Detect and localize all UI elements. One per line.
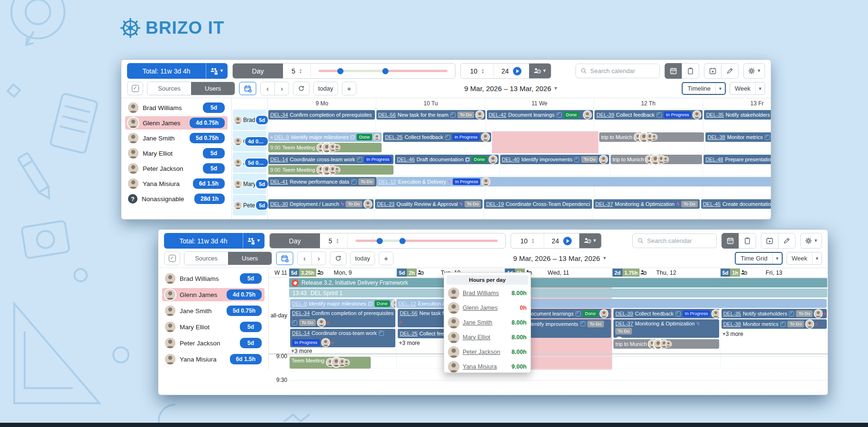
event-del41[interactable]: DEL-41 Review performance data To Do <box>268 177 376 186</box>
event-del39[interactable]: DEL-39 Collect feedback In Progress <box>594 110 703 120</box>
row-header-brad[interactable]: Brad Williams 5d <box>233 110 266 130</box>
stepper-arrows-icon[interactable]: ▲▼ <box>481 68 484 74</box>
toggle-users[interactable]: Users <box>191 82 235 95</box>
slider-handle-end[interactable] <box>400 238 406 244</box>
sidebar-user-mary[interactable]: Mary Elliot 5d <box>125 147 228 160</box>
grid-cell[interactable]: DEL-41 Review performance data To Do <box>268 176 377 198</box>
grid-cell[interactable]: DEL-35 Notify stakeholders To Do <box>703 109 771 131</box>
add-button[interactable]: + <box>342 82 356 95</box>
range-select[interactable]: Week ▼ <box>730 82 765 95</box>
sidebar-user-mary[interactable]: Mary Elliot 5d <box>162 320 265 334</box>
start-hour-stepper[interactable]: 10 ▲▼ <box>461 64 494 78</box>
sidebar-user-yana[interactable]: Yana Misiura 6d 1.5h <box>125 177 228 190</box>
user-link[interactable]: Peter Jackson <box>463 349 500 355</box>
next-button[interactable]: › <box>311 251 326 265</box>
grid-cell[interactable]: trip to Munich <box>598 131 705 153</box>
unavailable-cell-glenn-wed[interactable] <box>492 131 598 153</box>
more-events-link[interactable]: +3 more <box>722 331 743 337</box>
select-mode-button[interactable]: ✓ <box>127 82 143 95</box>
event-del38[interactable]: DEL-38 Monitor metrics To Do <box>705 132 771 142</box>
sidebar-user-brad[interactable]: Brad Williams 5d <box>162 272 265 285</box>
event-del25[interactable]: DEL-25 Collect feedback In Progress <box>383 132 491 142</box>
event-del35[interactable]: DEL-35 Notify stakeholders To Do « <box>722 309 827 318</box>
range-select[interactable]: Week ▼ <box>786 252 822 265</box>
total-workload-button[interactable]: Total: 11w 3d 4h ▼ <box>127 63 228 79</box>
event-del34[interactable]: DEL-34 Confirm completion of prerequisit… <box>290 309 395 327</box>
grid-cell[interactable]: DEL-42 Document learnings Done <box>486 109 594 131</box>
add-event-button[interactable] <box>704 63 722 79</box>
more-events-link[interactable]: +3 more <box>291 348 312 354</box>
select-mode-button[interactable]: ✓ <box>164 251 180 265</box>
person-clock-icon[interactable] <box>640 269 647 276</box>
row-header-glenn[interactable]: Glenn James 4d 0.75h <box>233 131 266 151</box>
sidebar-user-jane[interactable]: Jane Smith 5d 0.75h <box>162 304 265 317</box>
prev-button[interactable]: ‹ <box>260 82 275 95</box>
more-events-link[interactable]: +3 more <box>399 340 420 346</box>
grid-cell[interactable]: trip to Munich <box>610 154 703 176</box>
date-range-title[interactable]: 9 Mar, 2026 – 13 Mar, 2026 ▼ <box>464 84 557 93</box>
calendar-view-button[interactable] <box>665 63 682 79</box>
event-del34[interactable]: DEL-34 Confirm completion of prerequisit… <box>268 110 375 120</box>
event-team-meeting[interactable]: 9:00 Teem Meeting <box>268 165 393 175</box>
settings-button[interactable]: ▼ <box>743 63 765 79</box>
refresh-button[interactable] <box>293 82 310 95</box>
end-hour-control[interactable]: 24 <box>544 233 579 248</box>
event-del35[interactable]: DEL-35 Notify stakeholders To Do <box>704 110 771 120</box>
sidebar-user-nonassignable[interactable]: ? Nonassignable 28d 1h <box>125 192 228 205</box>
grid-cell[interactable]: DEL-25 Collect feedback In Progress <box>382 131 492 153</box>
prev-button[interactable]: ‹ <box>297 251 312 265</box>
list-view-button[interactable] <box>682 63 699 79</box>
next-button[interactable]: › <box>274 82 289 95</box>
day-count-stepper[interactable]: 5 ▲▼ <box>283 64 311 78</box>
event-del37[interactable]: DEL-37 Monitoring & Optimization ϟ To Do… <box>613 319 719 338</box>
workload-clock-button[interactable]: ▼ <box>529 64 551 78</box>
grid-cell[interactable]: DEL-30 Deployment / Launch ϟ To Do <box>268 198 374 220</box>
refresh-button[interactable] <box>330 251 347 265</box>
workload-menu-icon[interactable]: ▼ <box>206 63 228 79</box>
sidebar-user-brad[interactable]: Brad Williams 5d <box>125 101 228 114</box>
event-del9[interactable]: DEL-9 Identify major milestones Done <box>290 299 395 308</box>
event-trip-munich[interactable]: trip to Munich <box>613 339 719 349</box>
person-clock-icon[interactable] <box>740 269 748 276</box>
sidebar-user-glenn[interactable]: Glenn James 4d 0.75h <box>162 288 265 301</box>
event-del14[interactable]: DEL-14 Coordinate cross-team work In Pro… <box>290 329 395 347</box>
event-del23[interactable]: DEL-23 Quality Review & Approval ϟ To Do <box>375 199 483 209</box>
today-button[interactable]: today <box>350 251 375 265</box>
scale-day-button[interactable]: Day <box>233 64 283 78</box>
person-clock-icon[interactable] <box>417 269 424 276</box>
hours-range-slider[interactable] <box>311 64 455 78</box>
stepper-arrows-icon[interactable]: ▲▼ <box>299 68 302 74</box>
day-count-stepper[interactable]: 5 ▲▼ <box>320 233 347 248</box>
event-trip-munich[interactable]: trip to Munich <box>611 155 702 164</box>
search-input[interactable] <box>647 237 712 244</box>
slider-handle-end[interactable] <box>383 68 389 74</box>
event-del19[interactable]: DEL-19 Coordinate Cross-Team Dependenci <box>484 199 592 209</box>
slider-track[interactable] <box>356 240 498 242</box>
event-release[interactable]: Release 3.2, Initiative Delivery Framewo… <box>289 278 827 288</box>
sidebar-user-peter[interactable]: Peter Jackson 5d <box>162 336 265 350</box>
event-del42[interactable]: DEL-42 Document learnings Done <box>487 110 594 120</box>
user-link[interactable]: Glenn James <box>463 305 498 311</box>
event-del9[interactable]: ◂ DEL-9 Identify major milestones Done <box>268 132 382 142</box>
play-button[interactable] <box>513 67 521 75</box>
grid-cell[interactable]: DEL-34 Confirm completion of prerequisit… <box>268 109 375 131</box>
row-header-jane[interactable]: Jane Smith 5d 0.75h <box>233 152 266 173</box>
workload-menu-icon[interactable]: ▼ <box>243 233 265 249</box>
event-del39[interactable]: DEL-39 Collect feedback In Progress « <box>613 309 719 318</box>
settings-button[interactable]: ▼ <box>800 233 822 249</box>
add-event-button[interactable] <box>761 233 778 249</box>
list-view-button[interactable] <box>739 233 756 249</box>
grid-cell[interactable]: DEL-23 Quality Review & Approval ϟ To Do <box>374 198 484 220</box>
sidebar-user-glenn[interactable]: Glenn James 4d 0.75h <box>125 116 228 130</box>
event-del48[interactable]: DEL-48 Prepare presentation To Do <box>704 155 771 164</box>
resource-settings-button[interactable] <box>276 251 293 265</box>
event-del37[interactable]: DEL-37 Monitoring & Optimization ϟ To Do <box>594 199 700 209</box>
row-header-mary[interactable]: Mary Elliot 5d <box>233 174 266 194</box>
slider-track[interactable] <box>319 70 448 72</box>
grid-cell[interactable]: DEL-48 Prepare presentation To Do <box>703 154 771 176</box>
toggle-sources[interactable]: Sources <box>184 252 228 265</box>
workload-clock-button[interactable]: ▼ <box>579 233 601 248</box>
grid-cell[interactable]: DEL-45 Create documentation To Do <box>700 198 771 220</box>
grid-cell[interactable]: DEL-19 Coordinate Cross-Team Dependenci <box>483 198 592 220</box>
view-mode-select[interactable]: Timeline ▼ <box>682 82 726 95</box>
